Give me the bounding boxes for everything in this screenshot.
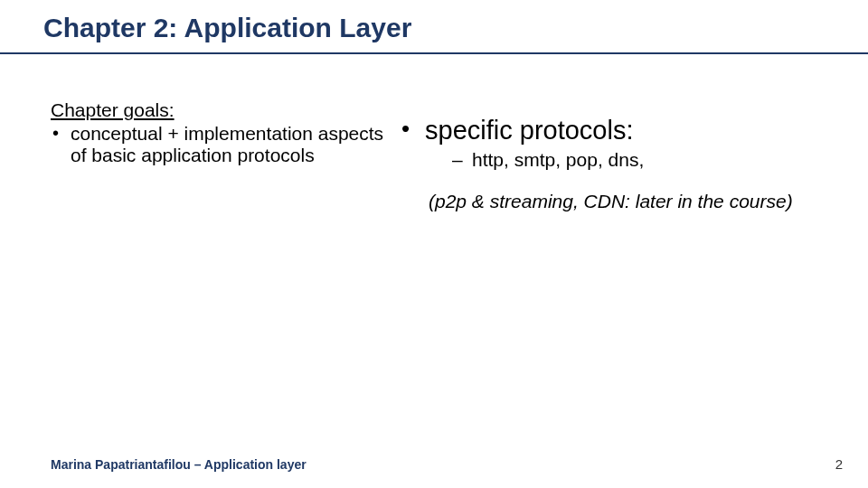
title-underline	[0, 52, 868, 54]
right-column: specific protocols: http, smtp, pop, dns…	[401, 116, 817, 212]
page-number: 2	[835, 456, 843, 472]
right-note: (p2p & streaming, CDN: later in the cour…	[401, 191, 817, 212]
right-bullet-text: specific protocols:	[425, 116, 634, 145]
right-bullet: specific protocols: http, smtp, pop, dns…	[401, 116, 817, 171]
goals-heading: Chapter goals:	[51, 99, 385, 121]
right-sub-bullet: http, smtp, pop, dns,	[425, 149, 817, 171]
left-bullet: conceptual + implementation aspects of b…	[51, 123, 385, 165]
left-column: Chapter goals: conceptual + implementati…	[51, 99, 385, 165]
slide-title: Chapter 2: Application Layer	[43, 13, 411, 43]
footer-author: Marina Papatriantafilou – Application la…	[51, 457, 307, 472]
